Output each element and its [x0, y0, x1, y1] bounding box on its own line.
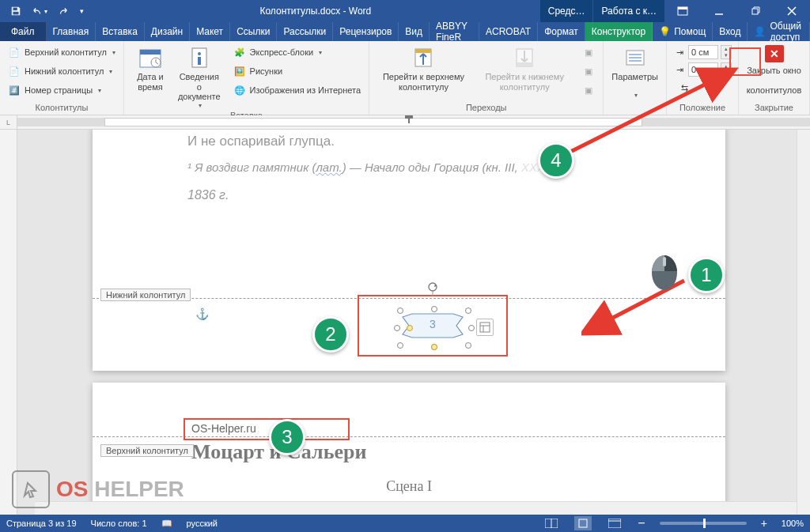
minimize-button[interactable] [701, 0, 737, 22]
svg-point-10 [198, 52, 201, 55]
window-title: Колонтитулы.docx - Word [92, 6, 539, 17]
header-label-tag: Верхний колонтитул [100, 444, 194, 457]
tab-references[interactable]: Ссылки [230, 22, 277, 41]
nav-prev: ▣ [577, 43, 600, 61]
layout-options-button[interactable] [476, 319, 494, 336]
sign-in[interactable]: Вход [713, 22, 748, 41]
date-time-button[interactable]: Дата и время [127, 43, 173, 92]
tab-format[interactable]: Формат [538, 22, 585, 41]
selected-shape-bounding: 3 [358, 295, 508, 357]
tab-file[interactable]: Файл [0, 22, 47, 41]
page-number-dropdown[interactable]: #️⃣Номер страницы▾ [3, 81, 120, 99]
ribbon-tabs: Файл Главная Вставка Дизайн Макет Ссылки… [0, 22, 810, 41]
svg-rect-19 [480, 323, 490, 332]
save-button[interactable] [5, 2, 27, 21]
contextual-tab-group: Средс… Работа с к… [539, 0, 664, 22]
cursor-icon [12, 470, 50, 508]
svg-line-20 [566, 71, 732, 154]
document-page: OS-Helper.ru Верхний колонтитул Моцарт и… [93, 383, 725, 515]
context-tab-drawing[interactable]: Средс… [539, 0, 593, 22]
share-button[interactable]: 👤Общий доступ [748, 22, 810, 41]
page-indicator[interactable]: Страница 3 из 19 [6, 519, 77, 528]
close-button[interactable] [774, 0, 810, 22]
tab-review[interactable]: Рецензиров [333, 22, 399, 41]
globe-icon: 🌐 [233, 84, 246, 96]
margin-top-icon: ⇥ [673, 46, 686, 58]
restore-button[interactable] [737, 0, 774, 22]
word-count[interactable]: Число слов: 1 [91, 519, 147, 528]
tell-me[interactable]: 💡Помощ [653, 22, 713, 41]
ribbon-display-options[interactable] [664, 0, 701, 22]
svg-rect-26 [579, 519, 587, 527]
svg-point-17 [429, 283, 437, 291]
svg-rect-23 [663, 257, 666, 266]
group-insert: Дата и время Сведения о документе▾ 🧩Эксп… [124, 41, 369, 115]
calendar-icon [138, 45, 163, 70]
tab-abbyy[interactable]: ABBYY FineR [430, 22, 479, 41]
read-mode-button[interactable] [543, 516, 560, 530]
vertical-scrollbar[interactable] [797, 130, 810, 515]
svg-rect-15 [517, 62, 532, 66]
zoom-slider[interactable] [660, 522, 747, 525]
blocks-icon: 🧩 [233, 46, 246, 58]
tab-home[interactable]: Главная [47, 22, 97, 41]
redo-button[interactable] [52, 2, 74, 21]
tab-mailings[interactable]: Рассылки [277, 22, 333, 41]
hash-icon: #️⃣ [8, 84, 21, 96]
tab-acrobat[interactable]: ACROBAT [479, 22, 538, 41]
footer-dropdown[interactable]: 📄Нижний колонтитул▾ [3, 62, 120, 80]
anchor-icon: ⚓ [195, 308, 209, 320]
goto-footer-icon [512, 45, 537, 70]
svg-rect-0 [13, 8, 17, 11]
vertical-ruler[interactable] [0, 130, 17, 515]
annotation-circle-2: 2 [312, 316, 349, 353]
tab-designer-active[interactable]: Конструктор [585, 22, 653, 41]
web-layout-button[interactable] [606, 516, 623, 530]
header-from-top[interactable]: 0 см [688, 45, 718, 59]
annotation-circle-3: 3 [269, 419, 305, 455]
annotation-arrow-4 [566, 67, 740, 162]
annotation-circle-4: 4 [538, 142, 574, 179]
group-label: Закрытие [742, 101, 806, 115]
person-icon: 👤 [754, 26, 766, 37]
header-area[interactable]: OS-Helper.ru Верхний колонтитул Моцарт и… [93, 383, 725, 495]
doc-info-button[interactable]: Сведения о документе▾ [173, 43, 225, 109]
tab-layout[interactable]: Макет [190, 22, 230, 41]
tab-design[interactable]: Дизайн [145, 22, 190, 41]
tab-selector[interactable]: L [0, 115, 17, 130]
quick-parts-button[interactable]: 🧩Экспресс-блоки▾ [229, 43, 365, 61]
rotate-handle-icon[interactable] [427, 282, 438, 296]
close-x-icon: ✕ [765, 45, 784, 62]
print-layout-button[interactable] [574, 516, 592, 530]
annotation-circle-1: 1 [688, 257, 725, 293]
document-info-icon [187, 45, 212, 70]
pictures-button[interactable]: 🖼️Рисунки [229, 62, 365, 80]
qat-customize[interactable]: ▾ [76, 2, 87, 21]
proofing-icon[interactable]: 📖 [161, 519, 172, 529]
footer-label-tag: Нижний колонтитул [100, 289, 191, 301]
svg-rect-11 [198, 57, 201, 65]
zoom-level[interactable]: 100% [782, 519, 804, 528]
goto-header-icon [411, 45, 436, 70]
scene-heading: Сцена I [93, 478, 725, 495]
picture-icon: 🖼️ [233, 65, 246, 77]
title-bar: ▾ ▾ Колонтитулы.docx - Word Средс… Работ… [0, 0, 810, 22]
context-tab-header-footer[interactable]: Работа с к… [592, 0, 664, 22]
footer-icon: 📄 [8, 65, 21, 77]
group-header-footer: 📄Верхний колонтитул▾ 📄Нижний колонтитул▾… [0, 41, 124, 115]
tab-view[interactable]: Вид [399, 22, 430, 41]
center-tab-marker[interactable] [405, 115, 413, 123]
header-dropdown[interactable]: 📄Верхний колонтитул▾ [3, 43, 120, 61]
window-controls [664, 0, 810, 22]
svg-rect-7 [140, 50, 161, 55]
zoom-in[interactable]: + [761, 517, 767, 530]
undo-button[interactable]: ▾ [28, 2, 51, 21]
online-pictures-button[interactable]: 🌐Изображения из Интернета [229, 81, 365, 99]
tab-insert[interactable]: Вставка [96, 22, 145, 41]
language-indicator[interactable]: русский [187, 519, 218, 528]
quick-access-toolbar: ▾ ▾ [0, 2, 92, 21]
zoom-out[interactable]: − [638, 516, 645, 530]
right-click-mouse-icon [649, 249, 680, 292]
goto-header-button[interactable]: Перейти к верхнему колонтитулу [373, 43, 475, 92]
goto-footer-button[interactable]: Перейти к нижнему колонтитулу [475, 43, 574, 92]
